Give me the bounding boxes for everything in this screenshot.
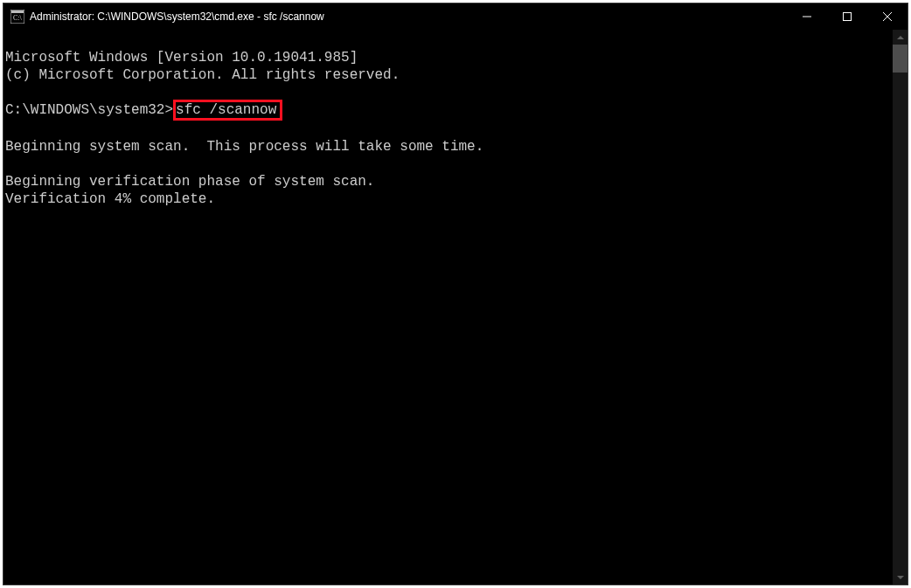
prompt-line: C:\WINDOWS\system32>sfc /scannow — [5, 102, 282, 118]
svg-marker-8 — [897, 576, 904, 579]
svg-rect-4 — [844, 13, 852, 21]
minimize-button[interactable] — [787, 3, 827, 30]
cmd-icon: C:\ — [10, 10, 24, 24]
output-line: (c) Microsoft Corporation. All rights re… — [5, 67, 400, 83]
scroll-down-arrow-icon[interactable] — [893, 570, 908, 585]
scroll-track[interactable] — [893, 45, 908, 570]
svg-marker-7 — [897, 36, 904, 39]
cmd-window: C:\ Administrator: C:\WINDOWS\system32\c… — [3, 3, 908, 585]
command-highlight: sfc /scannow — [173, 100, 282, 121]
svg-rect-1 — [11, 10, 24, 13]
scroll-up-arrow-icon[interactable] — [893, 30, 908, 45]
vertical-scrollbar[interactable] — [893, 30, 908, 585]
close-button[interactable] — [867, 3, 908, 30]
window-controls — [787, 3, 908, 30]
maximize-button[interactable] — [827, 3, 867, 30]
titlebar[interactable]: C:\ Administrator: C:\WINDOWS\system32\c… — [3, 3, 908, 30]
output-line: Beginning system scan. This process will… — [5, 139, 483, 155]
window-title: Administrator: C:\WINDOWS\system32\cmd.e… — [30, 10, 787, 23]
scroll-thumb[interactable] — [893, 45, 908, 73]
output-line: Microsoft Windows [Version 10.0.19041.98… — [5, 50, 358, 66]
content-area: Microsoft Windows [Version 10.0.19041.98… — [3, 30, 908, 585]
output-line: Beginning verification phase of system s… — [5, 174, 374, 190]
output-line: Verification 4% complete. — [5, 191, 215, 207]
svg-text:C:\: C:\ — [13, 14, 23, 22]
prompt-prefix: C:\WINDOWS\system32> — [5, 102, 173, 118]
terminal-output[interactable]: Microsoft Windows [Version 10.0.19041.98… — [3, 30, 893, 585]
